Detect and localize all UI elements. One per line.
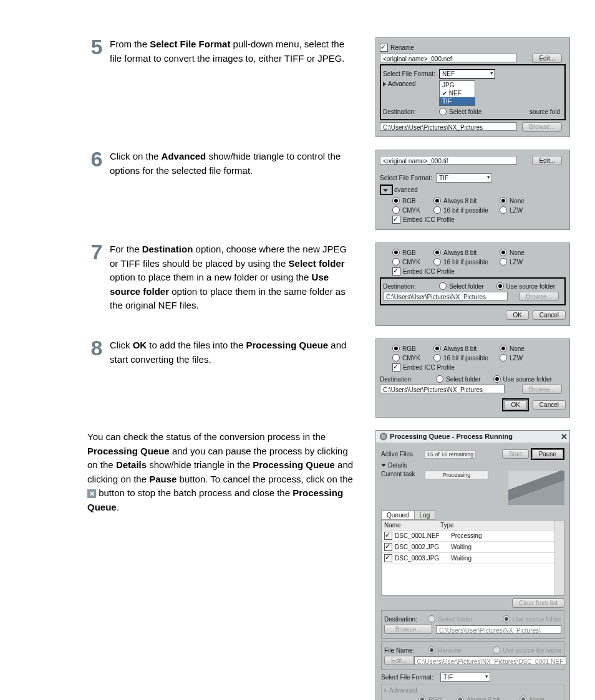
step-number-7: 7 (87, 241, 106, 313)
file-format-dropdown: TIF (440, 673, 490, 682)
start-button: Start (502, 449, 529, 459)
clear-button: Clear from list (512, 598, 564, 608)
screenshot-5: Rename <original name>_000.nefEdit... Se… (375, 37, 570, 137)
task-progress: Processing (425, 471, 488, 479)
queue-table: NameType DSC_0001.NEFProcessing DSC_0002… (381, 520, 564, 596)
step-number-8: 8 (87, 337, 106, 367)
ok-button: OK (504, 400, 526, 410)
browse-button: Browse... (519, 292, 559, 301)
close-icon: ✕ (561, 432, 568, 441)
browse-button: Browse... (384, 625, 432, 634)
file-format-dropdown: TIF (436, 173, 492, 183)
screenshot-6: <original name>_000.tifEdit... Select Fi… (375, 150, 570, 230)
advanced-triangle (383, 189, 388, 192)
step-number-6: 6 (87, 148, 106, 178)
filename-field: <original name>_000.nef (380, 54, 517, 62)
step-8-text: Click OK to add the files into the Proce… (106, 338, 356, 367)
path-field: C:\Users\User\Pictures\NX_Pictures (380, 122, 517, 131)
processing-queue-screenshot: 🔘 Processing Queue - Process Running✕ Ac… (375, 430, 570, 700)
path-field: C:\Users\User\Pictures\NX_Pictures (380, 385, 505, 393)
queued-tab: Queued (381, 511, 415, 520)
use-source-radio (496, 282, 504, 290)
log-tab: Log (414, 511, 436, 520)
close-icon (87, 489, 96, 498)
file-format-dropdown: NEF (439, 69, 495, 79)
select-folder-radio (439, 108, 447, 115)
filename-field: <original name>_000.tif (380, 156, 517, 165)
browse-button: Browse... (522, 122, 562, 132)
screenshot-7: RGBAlways 8 bitNone CMYK16 bit if possib… (375, 242, 570, 326)
preview-thumbnail (508, 471, 564, 505)
rename-checkbox (380, 44, 388, 52)
edit-button: Edit... (532, 54, 562, 63)
step-6-text: Click on the Advanced show/hide triangle… (106, 150, 356, 178)
icc-checkbox (392, 216, 400, 224)
browse-button: Browse... (522, 385, 562, 394)
details-triangle (381, 464, 386, 467)
path-field: C:\Users\User\Pictures\NX_Pictures (383, 292, 508, 300)
cancel-button: Cancel (533, 310, 566, 320)
step-5-text: From the Select File Format pull-down me… (106, 37, 356, 65)
edit-button: Edit... (384, 656, 414, 665)
ok-button: OK (506, 310, 528, 320)
pause-button: Pause (532, 449, 563, 459)
closing-paragraph: You can check the status of the conversi… (87, 430, 356, 514)
step-number-5: 5 (87, 36, 106, 65)
edit-button: Edit... (532, 156, 562, 165)
format-menu: JPG ✔ NEF TIF (439, 80, 475, 106)
step-7-text: For the Destination option, choose where… (106, 242, 356, 313)
scrollbar (554, 520, 564, 595)
dest-path: C:\Users\User\Pictures\NX_Pictures\ (436, 625, 561, 634)
cancel-button: Cancel (533, 400, 566, 410)
screenshot-8: RGBAlways 8 bitNone CMYK16 bit if possib… (375, 338, 570, 418)
remaining-progress: 15 of 16 remaining (425, 450, 476, 459)
filename-path: C:\Users\User\Pictures\NX_Pictures\DSC_0… (414, 656, 567, 665)
